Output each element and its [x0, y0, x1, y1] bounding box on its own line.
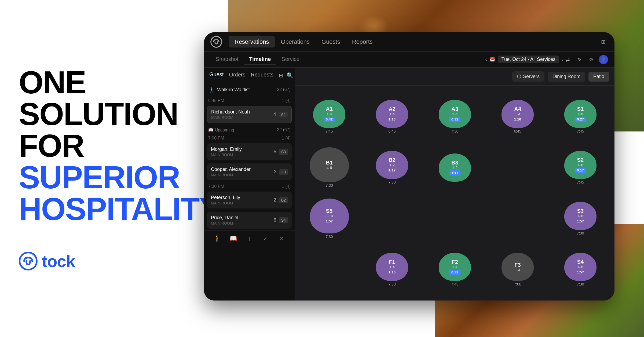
sub-nav-right: ⇄ ✎ ⚙ 👤: [564, 55, 608, 64]
time-700-label: 7:00 PM: [208, 136, 224, 141]
table-S4-id: S4: [577, 259, 584, 265]
nav-guests[interactable]: Guests: [316, 36, 346, 47]
sub-nav: Snapshot Timeline Service ‹ 📅 Tue, Oct 2…: [204, 52, 614, 68]
reservation-richardson[interactable]: Richardson, Noah MAIN ROOM 4 A4: [207, 106, 292, 123]
table-S2[interactable]: S2 4-6 0:17 7:45: [564, 151, 597, 184]
check-circle-icon[interactable]: ✓: [260, 233, 271, 244]
table-S3-id: S3: [577, 208, 584, 214]
table-S4[interactable]: S4 4-6 1:57 7:30: [564, 253, 597, 286]
nav-operations[interactable]: Operations: [275, 36, 316, 47]
edit-icon[interactable]: ✎: [575, 56, 583, 64]
res-count: 4: [273, 112, 276, 117]
user-avatar[interactable]: 👤: [599, 55, 608, 64]
table-S3-bottom: 7:00: [577, 231, 584, 235]
reservation-morgan[interactable]: Morgan, Emily MAIN ROOM 5 S3: [207, 143, 292, 160]
table-A2[interactable]: A2 1-4 1:16 6:45: [376, 100, 408, 133]
table-B3[interactable]: B3 1-2 1:17: [439, 153, 471, 182]
dining-label: Dining Room: [552, 74, 580, 79]
reservation-price[interactable]: Price, Daniel MAIN ROOM 6 S4: [207, 212, 292, 229]
table-B1[interactable]: B1 4-6 7:30: [310, 147, 349, 188]
table-A3[interactable]: A3 1-4 0:32 7:30: [439, 100, 471, 133]
sidebar-tab-requests[interactable]: Requests: [251, 72, 273, 79]
time-730-label: 7:30 PM: [208, 184, 224, 189]
table-B1-bottom: 7:30: [325, 183, 333, 188]
book-bottom-icon[interactable]: 📖: [228, 233, 239, 244]
res-info-price: Price, Daniel MAIN ROOM: [211, 215, 274, 225]
table-B3-time: 1:17: [449, 170, 460, 175]
res-tag-price: S4: [279, 217, 288, 223]
floor-plan-grid: A1 1-4 0:42 7:45 A2 1-4 1:16: [295, 86, 614, 301]
table-S2-seats: 4-6: [578, 163, 583, 167]
table-A4[interactable]: A4 1-4 1:16 6:45: [502, 100, 534, 133]
table-S3[interactable]: S3 4-6 1:57 7:00: [564, 202, 597, 235]
table-A1[interactable]: A1 1-4 0:42 7:45: [313, 100, 345, 133]
filter-icon[interactable]: ⊟: [279, 72, 283, 79]
table-A4-bottom: 6:45: [514, 129, 521, 133]
table-S5-bottom: 7:30: [325, 235, 333, 239]
table-F1-seats: 1-4: [389, 265, 395, 269]
nav-items: Reservations Operations Guests Reports: [229, 36, 598, 47]
time-645-count: 1 (4): [282, 98, 291, 103]
table-F1[interactable]: F1 1-4 1:16 7:30: [376, 253, 408, 286]
search-icon[interactable]: 🔍: [287, 72, 293, 79]
table-A3-id: A3: [451, 106, 458, 112]
time-700-count: 1 (4): [282, 136, 291, 141]
table-F1-id: F1: [389, 259, 395, 265]
time-730: 7:30 PM 1 (4): [204, 182, 295, 190]
calendar-icon[interactable]: 📅: [490, 57, 495, 62]
reservation-peterson[interactable]: Peterson, Lily MAIN ROOM 2 B2: [207, 192, 292, 208]
res-room-price: MAIN ROOM: [211, 221, 274, 225]
walkin-bottom-icon[interactable]: 🚶: [212, 233, 223, 244]
settings-icon[interactable]: ⚙: [587, 56, 595, 64]
table-S5[interactable]: S5 8-10 1:57 7:30: [310, 199, 349, 239]
dining-room-button[interactable]: Dining Room: [548, 72, 585, 82]
sub-nav-center: ‹ 📅 Tue, Oct 24 · All Services ›: [485, 56, 564, 63]
res-info-peterson: Peterson, Lily MAIN ROOM: [211, 195, 274, 205]
res-tag-morgan: S3: [279, 149, 288, 155]
reservation-cooper[interactable]: Cooper, Alexander MAIN ROOM 3 F3: [207, 163, 292, 180]
sidebar-tab-orders[interactable]: Orders: [229, 72, 245, 79]
res-name-peterson: Peterson, Lily: [211, 195, 274, 200]
nav-reports[interactable]: Reports: [346, 36, 379, 47]
app-ui: Reservations Operations Guests Reports ⊞…: [204, 32, 614, 301]
servers-button[interactable]: ⬡ Servers: [512, 71, 544, 82]
table-A3-bottom: 7:30: [451, 129, 458, 133]
grid-icon[interactable]: ⊞: [598, 37, 608, 47]
prev-date-icon[interactable]: ‹: [485, 57, 487, 62]
arrow-down-icon[interactable]: ↓: [244, 233, 255, 244]
res-info-cooper: Cooper, Alexander MAIN ROOM: [211, 167, 274, 177]
tab-snapshot[interactable]: Snapshot: [210, 54, 244, 64]
upcoming-header: 📖 Upcoming 22 (67): [204, 125, 295, 134]
arrows-icon[interactable]: ⇄: [564, 56, 572, 64]
table-B3-id: B3: [451, 160, 458, 166]
nav-icons: ⊞: [598, 37, 608, 47]
table-A2-id: A2: [389, 106, 396, 112]
svg-point-0: [20, 252, 37, 270]
sidebar-bottom-bar: 🚶 📖 ↓ ✓ ✕: [204, 230, 295, 246]
nav-reservations[interactable]: Reservations: [229, 36, 275, 47]
sidebar-tab-guest[interactable]: Guest: [209, 71, 224, 79]
patio-button[interactable]: Patio: [588, 72, 609, 82]
table-B1-seats: 4-6: [327, 166, 332, 170]
tab-timeline[interactable]: Timeline: [244, 54, 276, 64]
table-S4-bottom: 7:30: [577, 282, 584, 286]
time-700: 7:00 PM 1 (4): [204, 134, 295, 142]
floor-plan-header: ⬡ Servers Dining Room Patio: [295, 68, 614, 86]
res-info-morgan: Morgan, Emily MAIN ROOM: [211, 146, 274, 157]
tab-service[interactable]: Service: [276, 54, 305, 64]
table-A1-time: 0:42: [324, 117, 335, 122]
table-F3[interactable]: F3 1-4 7:00: [502, 253, 534, 286]
table-A3-seats: 1-4: [452, 112, 458, 116]
table-S5-seats: 8-10: [325, 214, 333, 218]
sub-nav-items: Snapshot Timeline Service: [210, 54, 485, 64]
table-B2[interactable]: B2 1-2 1:17 7:30: [376, 151, 408, 184]
walk-in-header: 🚶 Walk-in Waitlist 22 (67): [204, 83, 295, 96]
res-room-peterson: MAIN ROOM: [211, 201, 274, 205]
table-S1[interactable]: S1 4-6 0:27 7:45: [564, 100, 597, 133]
table-F2[interactable]: F2 1-4 0:32 7:45: [439, 253, 471, 286]
x-circle-icon[interactable]: ✕: [276, 233, 287, 244]
headline-superior: SUPERIOR: [19, 160, 180, 195]
date-badge[interactable]: Tue, Oct 24 · All Services: [498, 56, 559, 63]
tock-logo-text: tock: [42, 252, 75, 271]
nav-logo-icon: [210, 36, 222, 48]
